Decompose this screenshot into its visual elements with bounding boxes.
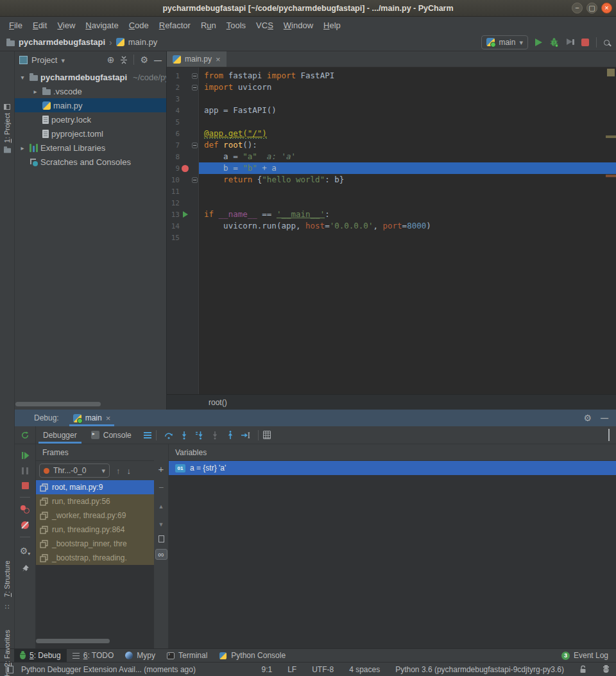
gutter-line-6[interactable]: 6 (167, 128, 198, 139)
tree-expand-arrow-icon[interactable]: ▾ (18, 74, 27, 81)
frame-bootstrap-inner-thre[interactable]: _bootstrap_inner, thre (36, 537, 154, 551)
tab-console[interactable]: Console (84, 426, 139, 444)
toolwindow-button-6-todo[interactable]: 6: TODO (67, 649, 120, 662)
step-into-my-code-button[interactable] (192, 431, 207, 440)
code-line-9[interactable]: b = "b" + a (199, 162, 616, 174)
editor-tab-main-py[interactable]: main.py (167, 51, 227, 67)
gutter-line-15[interactable]: 15 (167, 232, 198, 243)
coverage-button[interactable] (566, 38, 574, 46)
gutter-line-8[interactable]: 8 (167, 151, 198, 162)
toolwindow-button-5-debug[interactable]: 5: Debug (14, 649, 67, 662)
tree-expand-arrow-icon[interactable]: ▸ (18, 144, 27, 152)
stop-button[interactable] (22, 482, 29, 489)
breakpoint-dot[interactable] (182, 165, 189, 172)
move-up-icon[interactable] (158, 499, 164, 511)
move-down-icon[interactable] (158, 517, 164, 529)
toolwindow-button-python-console[interactable]: Python Console (213, 649, 291, 662)
close-icon[interactable]: × (601, 3, 612, 13)
tree-item-external-libraries[interactable]: ▸External Libraries (15, 141, 166, 155)
breakpoint-stripe-mark[interactable] (606, 175, 616, 177)
step-over-button[interactable] (161, 431, 176, 440)
toolwindow-toggle-icon[interactable] (6, 666, 13, 673)
menu-help[interactable]: Help (318, 19, 346, 32)
gear-icon[interactable] (583, 413, 592, 423)
debug-session-tab[interactable]: main (69, 410, 115, 426)
fold-marker-icon[interactable] (191, 73, 198, 79)
restore-layout-icon[interactable] (608, 429, 610, 441)
file-encoding[interactable]: UTF-8 (312, 665, 334, 674)
menu-edit[interactable]: Edit (28, 19, 52, 32)
evaluate-watches-icon[interactable] (155, 549, 167, 560)
close-session-icon[interactable] (106, 413, 111, 423)
frame-run-threading-py-864[interactable]: run, threading.py:864 (36, 523, 154, 537)
code-line-6[interactable]: @app.get("/") (199, 128, 616, 139)
view-breakpoints-icon[interactable] (21, 505, 30, 514)
status-message[interactable]: Python Debugger Extension Avail... (mome… (21, 665, 196, 674)
debug-button[interactable] (549, 37, 559, 47)
tree-item-pycharmdebugfastapi[interactable]: ▾pycharmdebugfastapi~/code/pycharmdebugf… (15, 70, 166, 84)
event-log-button[interactable]: 3 Event Log (561, 651, 613, 660)
code-line-13[interactable]: if __name__ == '__main__': (199, 209, 616, 220)
line-separator[interactable]: LF (287, 665, 296, 674)
hide-panel-icon[interactable] (601, 413, 608, 422)
code-line-2[interactable]: import uvicorn (199, 82, 616, 93)
run-gutter-icon[interactable] (180, 211, 191, 218)
code-line-10[interactable]: return {"hello world": b} (199, 174, 616, 186)
toolwindow-button-mypy[interactable]: Mypy (119, 649, 161, 662)
pause-button[interactable] (22, 467, 28, 474)
code-line-12[interactable] (199, 197, 616, 209)
toolwindow-button-structure[interactable]: 7: Structure (0, 560, 14, 612)
gutter-line-9[interactable]: 9 (167, 162, 198, 174)
code-editor[interactable]: 123456789101112131415 from fastapi impor… (167, 67, 616, 394)
toolwindow-button-project[interactable]: 1: Project (0, 104, 14, 153)
frame-root-main-py-9[interactable]: root, main.py:9 (36, 480, 154, 494)
run-arrow-icon[interactable] (183, 211, 188, 218)
breadcrumb-function[interactable]: root() (209, 398, 227, 407)
next-frame-icon[interactable] (127, 465, 132, 476)
gutter-line-5[interactable]: 5 (167, 116, 198, 128)
fold-box[interactable] (192, 85, 198, 91)
pin-icon[interactable] (21, 564, 30, 573)
menu-view[interactable]: View (52, 19, 80, 32)
maximize-icon[interactable]: ▢ (586, 3, 597, 13)
minimize-icon[interactable]: − (572, 3, 583, 13)
breadcrumb-file[interactable]: main.py (128, 37, 158, 47)
code-line-7[interactable]: def root(): (199, 139, 616, 151)
fold-marker-icon[interactable] (191, 177, 198, 183)
tree-item-scratches-and-consoles[interactable]: Scratches and Consoles (15, 155, 166, 169)
tree-item-pyproject-toml[interactable]: pyproject.toml (15, 126, 166, 141)
fold-box[interactable] (192, 177, 198, 183)
code-line-5[interactable] (199, 116, 616, 128)
interpreter[interactable]: Python 3.6 (pycharmdebugfastapi-9cdjtyrg… (395, 665, 564, 674)
editor-gutter[interactable]: 123456789101112131415 (167, 67, 199, 394)
toolwindow-button-terminal[interactable]: Terminal (161, 649, 213, 662)
breadcrumb-project[interactable]: pycharmdebugfastapi (19, 37, 105, 47)
menu-vcs[interactable]: VCS (251, 19, 278, 32)
gutter-line-12[interactable]: 12 (167, 197, 198, 209)
remove-watch-icon[interactable] (158, 481, 164, 493)
menu-refactor[interactable]: Refactor (154, 19, 196, 32)
menu-code[interactable]: Code (124, 19, 154, 32)
step-into-button[interactable] (176, 431, 192, 440)
run-to-cursor-button[interactable] (238, 431, 253, 440)
variable-row[interactable]: 01a = {str} 'a' (169, 461, 616, 475)
breakpoint-icon[interactable] (180, 165, 191, 172)
fold-marker-icon[interactable] (191, 85, 198, 91)
code-line-8[interactable]: a = "a" a: 'a' (199, 151, 616, 162)
code-line-4[interactable]: app = FastAPI() (199, 105, 616, 116)
code-line-15[interactable] (199, 232, 616, 243)
mute-breakpoints-icon[interactable] (21, 521, 29, 529)
gear-icon[interactable] (140, 55, 148, 65)
code-line-11[interactable] (199, 186, 616, 197)
gutter-line-13[interactable]: 13 (167, 209, 198, 220)
inspection-indicator[interactable] (607, 69, 615, 76)
gutter-line-10[interactable]: 10 (167, 174, 198, 186)
gutter-line-7[interactable]: 7 (167, 139, 198, 151)
code-lines[interactable]: from fastapi import FastAPIimport uvicor… (199, 67, 616, 394)
duplicate-watch-icon[interactable] (158, 535, 164, 542)
horizontal-scrollbar[interactable] (15, 402, 101, 406)
warning-stripe-mark[interactable] (606, 135, 616, 138)
menu-run[interactable]: Run (196, 19, 221, 32)
thread-selector[interactable]: Thr...-0_0 (39, 464, 110, 478)
collapse-all-icon[interactable] (120, 56, 128, 64)
